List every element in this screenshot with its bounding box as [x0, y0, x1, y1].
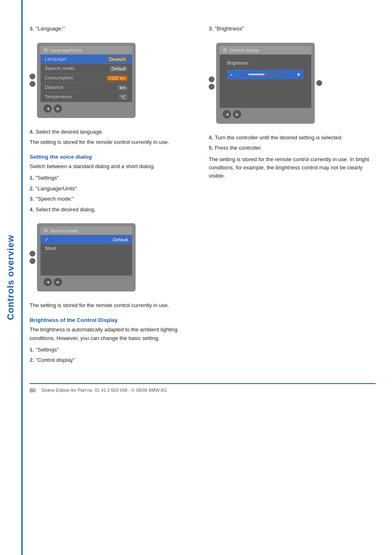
ctrl-btn-b-r: ▶	[233, 110, 241, 118]
ctrl-btn-speech-r: ▶	[54, 278, 62, 286]
section-voice-heading: Setting the voice dialog	[30, 154, 196, 160]
section-voice-desc: Switch between a standard dialog and a s…	[30, 162, 196, 171]
footer-text: Online Edition for Part no. 01 41 2 603 …	[42, 388, 167, 393]
lang-label-4: Temperature:	[45, 94, 73, 100]
lang-value-2: l/100 km	[106, 75, 128, 81]
ctrl-btn-b-l: ◀	[223, 110, 231, 118]
brightness-screen: ⚙ Control display Brightness -	[216, 43, 315, 124]
speech-default-label: Default	[113, 237, 128, 242]
dialog-step-3-num: 3.	[30, 195, 34, 203]
sidebar: Controls overview	[0, 0, 21, 555]
speech-screen-header: ⚙ Speech mode	[40, 227, 132, 235]
dialog-step-3: 3. "Speech mode:"	[30, 195, 196, 203]
speech-spacer	[41, 253, 132, 273]
brightness-control-row: - +	[224, 66, 307, 81]
brightness-screen-label: Brightness	[224, 59, 307, 66]
dialog-step-4-num: 4.	[30, 206, 34, 214]
dialog-step-4-text: Select the desired dialog.	[36, 206, 96, 214]
bottom-controls: ◀ ▶	[40, 102, 132, 115]
para-1: The setting is stored for the remote con…	[30, 138, 196, 146]
page-footer: 80 Online Edition for Part no. 01 41 2 6…	[30, 383, 376, 393]
side-btn-speech-1	[30, 251, 35, 257]
speech-screen: ⚙ Speech mode ✓ Default Short	[37, 223, 136, 291]
ctrl-btn-right: ▶	[54, 104, 62, 113]
step-4-text: Select the desired language.	[36, 128, 104, 136]
brightness-step-2-num: 2.	[30, 356, 34, 364]
language-screen-header: ⚙ Language/Units	[40, 46, 132, 54]
brightness-control: - +	[227, 69, 304, 79]
brightness-step-2-text: "Control display"	[36, 356, 75, 364]
speech-row-short: Short	[41, 244, 132, 253]
side-btn-1	[30, 74, 35, 79]
ctrl-btn-speech-l: ◀	[44, 278, 52, 286]
lang-label-0: Language:	[45, 56, 67, 62]
right-step-5-text: Press the controller.	[215, 144, 262, 152]
step-3-num: 3.	[30, 25, 34, 33]
gear-icon: ⚙	[44, 47, 48, 53]
dialog-step-2-num: 2.	[30, 185, 34, 193]
side-controls-speech	[30, 251, 35, 264]
side-controls-left	[30, 74, 35, 87]
step-3-brightness: 3. "Brightness"	[209, 25, 376, 33]
lang-value-1: Default	[109, 66, 128, 72]
dialog-step-1-text: "Settings"	[36, 174, 59, 182]
right-step-4: 4. Turn the controller until the desired…	[209, 134, 376, 142]
right-step-3-num: 3.	[209, 25, 213, 33]
step-3-language: 3. "Language:"	[30, 25, 196, 33]
speech-screen-inner: ✓ Default Short	[40, 235, 132, 276]
sidebar-label-text: Controls overview	[5, 235, 16, 320]
lang-row-4: Temperature: °C	[41, 92, 132, 102]
brightness-bottom-controls: ◀ ▶	[219, 108, 311, 120]
language-screen-inner: Language: Deutsch Speech mode: Default C…	[40, 54, 132, 102]
section-brightness-heading: Brightness of the Control Display	[30, 317, 196, 323]
speech-device-wrapper: ⚙ Speech mode ✓ Default Short	[30, 218, 196, 296]
lang-label-2: Consumption:	[45, 75, 74, 81]
blue-bar	[21, 0, 23, 555]
brightness-bar	[248, 74, 281, 75]
lang-row-2: Consumption: l/100 km	[41, 74, 132, 83]
language-screen-title: Language/Units	[50, 48, 82, 53]
dialog-step-1: 1. "Settings"	[30, 174, 196, 182]
bar-track	[248, 74, 281, 75]
dialog-step-4: 4. Select the desired dialog.	[30, 206, 196, 214]
brightness-device-wrapper: ⚙ Control display Brightness -	[209, 38, 376, 129]
step-4-language: 4. Select the desired language.	[30, 128, 196, 136]
right-step-5-num: 5.	[209, 144, 213, 152]
side-btn-b-1	[209, 76, 214, 82]
side-controls-right	[316, 80, 322, 86]
step-4-num: 4.	[30, 128, 34, 136]
side-btn-b-2	[209, 84, 214, 90]
side-btn-r-1	[316, 80, 322, 86]
speech-bottom-controls: ◀ ▶	[40, 276, 132, 288]
bar-fill	[248, 74, 265, 75]
side-btn-speech-2	[30, 258, 35, 264]
lang-label-3: Distance:	[45, 85, 65, 90]
brightness-step-1-num: 1.	[30, 346, 34, 354]
brightness-step-1: 1. "Settings"	[30, 346, 196, 354]
dialog-step-2-text: "Language/Units"	[36, 185, 77, 193]
main-content: 3. "Language:" ⚙ Language/Units	[21, 0, 392, 555]
side-btn-2	[30, 81, 35, 87]
page-container: Controls overview 3. "Language:"	[0, 0, 392, 555]
two-col-layout: 3. "Language:" ⚙ Language/Units	[30, 25, 376, 367]
dialog-step-3-text: "Speech mode:"	[36, 195, 74, 203]
checkmark-icon: ✓	[45, 237, 48, 242]
plus-icon: +	[297, 71, 300, 78]
minus-icon: -	[231, 71, 233, 78]
language-screen: ⚙ Language/Units Language: Deutsch Speec…	[37, 43, 136, 118]
gear-icon-speech: ⚙	[44, 228, 48, 234]
right-step-3-text: "Brightness"	[215, 25, 244, 33]
lang-label-1: Speech mode:	[45, 66, 75, 72]
side-controls-brightness	[209, 76, 214, 90]
lang-value-4: °C	[119, 94, 128, 100]
lang-value-0: Deutsch	[107, 56, 128, 62]
speech-row-default: ✓ Default	[41, 235, 132, 244]
speech-screen-title: Speech mode	[50, 228, 78, 233]
lang-row-1: Speech mode: Default	[41, 64, 132, 74]
brightness-screen-title: Control display	[229, 48, 259, 53]
gear-icon-brightness: ⚙	[223, 47, 227, 53]
right-step-4-text: Turn the controller until the desired se…	[215, 134, 343, 142]
col-left: 3. "Language:" ⚙ Language/Units	[30, 25, 196, 367]
speech-short-label: Short	[45, 246, 56, 251]
language-device-wrapper: ⚙ Language/Units Language: Deutsch Speec…	[30, 38, 196, 123]
